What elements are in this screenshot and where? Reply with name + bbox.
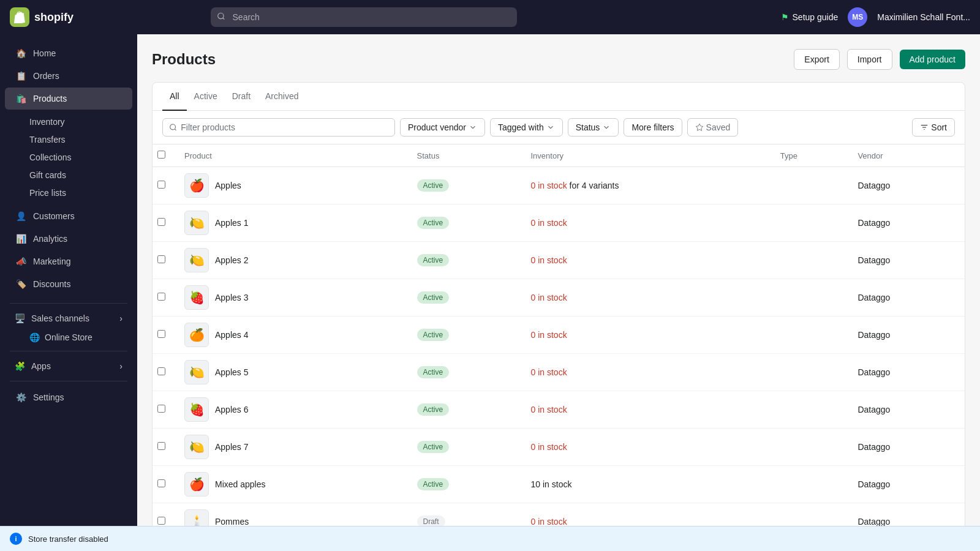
type-cell (773, 242, 851, 279)
table-row[interactable]: 🍋 Apples 1 Active 0 in stock Dataggo (153, 204, 965, 242)
sidebar-sub-price-lists[interactable]: Price lists (5, 184, 132, 201)
row-checkbox-8[interactable] (157, 442, 165, 450)
status-badge: Active (417, 366, 450, 378)
sidebar-item-orders[interactable]: 📋 Orders (5, 65, 132, 87)
vendor-cell: Dataggo (850, 204, 965, 242)
row-checkbox-2[interactable] (157, 218, 165, 226)
table-row[interactable]: 🍋 Apples 7 Active 0 in stock Dataggo (153, 429, 965, 466)
sidebar-apps[interactable]: 🧩 Apps › (5, 356, 132, 376)
vendor-cell: Dataggo (850, 279, 965, 317)
table-header: Product Status Inventory Type Vendor (153, 144, 965, 167)
customers-icon: 👤 (15, 210, 27, 222)
type-cell (773, 354, 851, 391)
sidebar: 🏠 Home 📋 Orders 🛍️ Products Inventory Tr… (0, 34, 137, 526)
row-checkbox-1[interactable] (157, 181, 165, 189)
tab-archived[interactable]: Archived (258, 83, 306, 111)
sidebar-item-marketing[interactable]: 📣 Marketing (5, 250, 132, 272)
product-name-cell: 🍎 Apples (177, 167, 410, 204)
status-chevron-icon (602, 123, 611, 132)
online-store-icon: 🌐 (29, 332, 40, 342)
table-row[interactable]: 🍋 Apples 5 Active 0 in stock Dataggo (153, 354, 965, 391)
table-row[interactable]: 🍓 Apples 3 Active 0 in stock Dataggo (153, 279, 965, 317)
add-product-button[interactable]: Add product (900, 50, 966, 69)
more-filters-button[interactable]: More filters (624, 118, 682, 137)
status-cell: Active (410, 317, 524, 354)
sort-button[interactable]: Sort (912, 118, 955, 137)
vendor-cell: Dataggo (850, 466, 965, 503)
row-checkbox-3[interactable] (157, 255, 165, 263)
inventory-cell: 0 in stock (524, 204, 773, 242)
sidebar-label-settings: Settings (33, 392, 64, 402)
export-button[interactable]: Export (794, 49, 839, 70)
setup-guide-button[interactable]: ⚑ Setup guide (781, 12, 839, 22)
inventory-value: 10 in stock (531, 479, 572, 489)
filters-bar: Product vendor Tagged with Status More f… (153, 111, 965, 144)
status-badge: Draft (417, 515, 445, 526)
sidebar-label-discounts: Discounts (33, 279, 70, 289)
sidebar-item-settings[interactable]: ⚙️ Settings (5, 386, 132, 408)
row-checkbox-cell (153, 204, 177, 242)
inventory-value: 0 in stock (531, 442, 567, 452)
vendor-value: Dataggo (858, 405, 890, 414)
table-row[interactable]: 🍋 Apples 2 Active 0 in stock Dataggo (153, 242, 965, 279)
apps-chevron-icon: › (119, 361, 123, 371)
status-cell: Draft (410, 503, 524, 527)
row-checkbox-10[interactable] (157, 517, 165, 525)
sidebar-divider-3 (10, 381, 127, 381)
product-thumbnail: 🍊 (184, 323, 209, 347)
row-checkbox-4[interactable] (157, 293, 165, 301)
table-row[interactable]: 🍊 Apples 4 Active 0 in stock Dataggo (153, 317, 965, 354)
product-name: Apples 5 (215, 367, 248, 377)
sidebar-item-products[interactable]: 🛍️ Products (5, 88, 132, 110)
row-checkbox-cell (153, 466, 177, 503)
select-all-checkbox[interactable] (157, 151, 165, 159)
product-vendor-filter[interactable]: Product vendor (400, 118, 485, 137)
table-row[interactable]: 🍓 Apples 6 Active 0 in stock Dataggo (153, 391, 965, 429)
sales-channels-icon: 🖥️ (15, 313, 25, 323)
product-name-cell: 🍊 Apples 4 (177, 317, 410, 354)
logo[interactable]: shopify (10, 7, 74, 27)
inventory-cell: 0 in stock (524, 242, 773, 279)
vendor-value: Dataggo (858, 218, 890, 228)
row-checkbox-cell (153, 242, 177, 279)
sidebar-sub-collections[interactable]: Collections (5, 149, 132, 166)
row-checkbox-7[interactable] (157, 405, 165, 413)
sidebar-sub-online-store[interactable]: 🌐 Online Store (5, 329, 132, 346)
status-col-header: Status (410, 144, 524, 167)
sidebar-item-home[interactable]: 🏠 Home (5, 42, 132, 64)
sidebar-item-customers[interactable]: 👤 Customers (5, 205, 132, 227)
sidebar-sub-inventory[interactable]: Inventory (5, 113, 132, 130)
filter-search-icon (169, 123, 177, 132)
search-input[interactable] (211, 7, 517, 27)
status-cell: Active (410, 242, 524, 279)
analytics-icon: 📊 (15, 233, 27, 245)
row-checkbox-5[interactable] (157, 330, 165, 338)
status-filter[interactable]: Status (568, 118, 619, 137)
tab-draft[interactable]: Draft (225, 83, 258, 111)
product-name-cell: 🍓 Apples 3 (177, 279, 410, 317)
vendor-value: Dataggo (858, 442, 890, 452)
vendor-value: Dataggo (858, 181, 890, 190)
table-row[interactable]: 🕯️ Pommes Draft 0 in stock Dataggo (153, 503, 965, 527)
products-card: All Active Draft Archived Product vendor… (152, 82, 965, 526)
sidebar-sub-transfers[interactable]: Transfers (5, 131, 132, 148)
products-submenu: Inventory Transfers Collections Gift car… (0, 110, 137, 204)
filter-products-input[interactable] (181, 122, 388, 132)
tab-all[interactable]: All (162, 83, 187, 111)
sidebar-sales-channels[interactable]: 🖥️ Sales channels › (5, 309, 132, 328)
sidebar-item-discounts[interactable]: 🏷️ Discounts (5, 273, 132, 295)
row-checkbox-6[interactable] (157, 367, 165, 375)
product-name: Mixed apples (215, 479, 266, 489)
avatar[interactable]: MS (848, 7, 867, 27)
inventory-value: 0 in stock (531, 367, 567, 377)
table-row[interactable]: 🍎 Mixed apples Active 10 in stock Datagg… (153, 466, 965, 503)
sidebar-item-analytics[interactable]: 📊 Analytics (5, 228, 132, 250)
sidebar-sub-gift-cards[interactable]: Gift cards (5, 167, 132, 184)
saved-button[interactable]: Saved (687, 118, 739, 137)
product-thumbnail: 🍋 (184, 248, 209, 272)
tagged-with-filter[interactable]: Tagged with (490, 118, 563, 137)
tab-active[interactable]: Active (187, 83, 225, 111)
import-button[interactable]: Import (847, 49, 892, 70)
row-checkbox-9[interactable] (157, 479, 165, 487)
table-row[interactable]: 🍎 Apples Active 0 in stock for 4 variant… (153, 167, 965, 204)
